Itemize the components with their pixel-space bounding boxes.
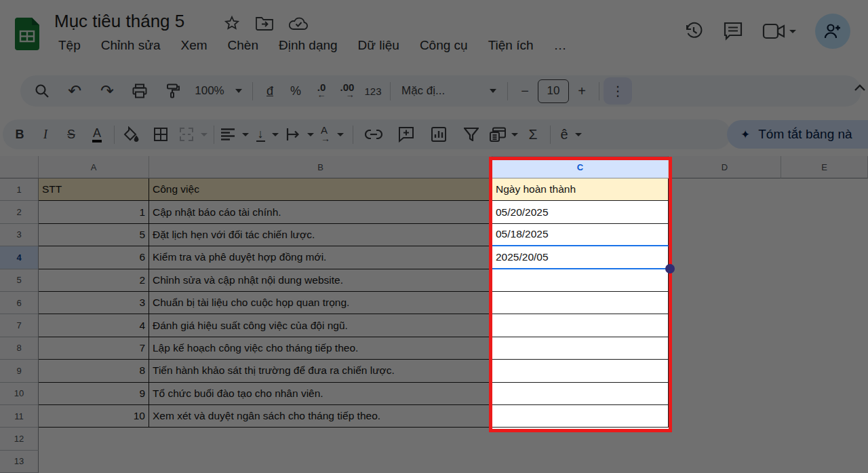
chevron-down-icon[interactable]: [242, 133, 249, 136]
chevron-down-icon[interactable]: [272, 133, 279, 136]
insert-chart-button[interactable]: [422, 121, 455, 148]
menu-format[interactable]: Định dạng: [279, 38, 338, 53]
cell-C12[interactable]: [492, 428, 669, 450]
cell-B11[interactable]: Xem xét và duyệt ngân sách cho tháng tiế…: [149, 405, 492, 428]
cell-D8[interactable]: [669, 337, 781, 360]
cell-B4[interactable]: Kiểm tra và phê duyệt hợp đồng mới.: [149, 246, 492, 269]
cell-A2[interactable]: 1: [39, 201, 149, 223]
cell-D3[interactable]: [669, 224, 781, 246]
column-header-B[interactable]: B: [149, 156, 492, 178]
cell-B5[interactable]: Chỉnh sửa và cập nhật nội dung website.: [149, 269, 492, 292]
row-header[interactable]: 12: [0, 428, 39, 450]
row-header[interactable]: 2: [0, 201, 39, 223]
collapse-toolbar-icon[interactable]: [853, 83, 867, 92]
functions-button[interactable]: Σ: [520, 121, 546, 148]
row-header[interactable]: 10: [0, 383, 39, 405]
more-formats-button[interactable]: 123: [360, 77, 386, 105]
text-color-button[interactable]: A: [84, 121, 110, 148]
cell-A10[interactable]: 9: [39, 383, 149, 405]
row-header[interactable]: 3: [0, 224, 39, 246]
select-all-corner[interactable]: [0, 156, 39, 178]
strikethrough-button[interactable]: S: [58, 121, 84, 148]
horizontal-align-button[interactable]: [218, 121, 251, 148]
toolbar-more-button[interactable]: ⋮: [604, 77, 632, 105]
currency-format-button[interactable]: đ: [257, 77, 283, 105]
cell-A1[interactable]: STT: [39, 178, 149, 201]
move-folder-icon[interactable]: [256, 16, 273, 31]
cell-D10[interactable]: [669, 383, 781, 405]
cell-E1[interactable]: [781, 178, 868, 201]
cell-E12[interactable]: [781, 428, 868, 450]
cell-B12[interactable]: [149, 428, 492, 450]
chevron-down-icon[interactable]: [201, 133, 208, 136]
cell-C10[interactable]: [492, 383, 669, 405]
cell-A9[interactable]: 8: [39, 360, 149, 382]
merge-cells-button[interactable]: [177, 121, 210, 148]
cell-B3[interactable]: Đặt lịch hẹn với đối tác chiến lược.: [149, 224, 492, 246]
cell-E9[interactable]: [781, 360, 868, 382]
chevron-down-icon[interactable]: [789, 30, 796, 33]
column-header-C[interactable]: C: [492, 156, 669, 178]
cell-C5[interactable]: [492, 269, 669, 292]
row-header[interactable]: 11: [0, 405, 39, 428]
menu-insert[interactable]: Chèn: [228, 38, 258, 53]
cell-C1[interactable]: Ngày hoàn thành: [492, 178, 669, 201]
sheets-logo-icon[interactable]: [15, 18, 39, 50]
cell-A8[interactable]: 7: [39, 337, 149, 360]
active-cell-C4[interactable]: 2025/20/05: [492, 246, 669, 269]
table-views-button[interactable]: [488, 121, 520, 148]
cell-E7[interactable]: [781, 314, 868, 337]
column-header-A[interactable]: A: [39, 156, 149, 178]
cell-D4[interactable]: [669, 246, 781, 269]
create-filter-button[interactable]: [455, 121, 488, 148]
cloud-saved-icon[interactable]: [289, 16, 308, 31]
cell-D9[interactable]: [669, 360, 781, 382]
cell-D7[interactable]: [669, 314, 781, 337]
cell-C8[interactable]: [492, 337, 669, 360]
menu-data[interactable]: Dữ liệu: [358, 38, 399, 53]
chevron-down-icon[interactable]: [307, 133, 314, 136]
cell-E5[interactable]: [781, 269, 868, 292]
version-history-icon[interactable]: [684, 21, 704, 41]
font-size-input[interactable]: 10: [538, 77, 569, 105]
paint-format-button[interactable]: [156, 77, 189, 105]
menu-view[interactable]: Xem: [180, 38, 207, 53]
cell-E13[interactable]: [781, 451, 868, 473]
undo-button[interactable]: ↶: [58, 77, 91, 105]
comments-icon[interactable]: [723, 21, 743, 41]
vertical-align-button[interactable]: ↓: [251, 121, 283, 148]
cell-D12[interactable]: [669, 428, 781, 450]
cell-C2[interactable]: 05/20/2025: [492, 201, 669, 223]
cell-D1[interactable]: [669, 178, 781, 201]
menu-edit[interactable]: Chỉnh sửa: [101, 38, 161, 53]
video-camera-icon[interactable]: [762, 22, 785, 40]
cell-A5[interactable]: 2: [39, 269, 149, 292]
zoom-select[interactable]: 100%: [189, 77, 248, 105]
bold-button[interactable]: B: [7, 121, 33, 148]
row-header[interactable]: 6: [0, 292, 39, 314]
print-button[interactable]: [123, 77, 156, 105]
cell-C7[interactable]: [492, 314, 669, 337]
cell-D5[interactable]: [669, 269, 781, 292]
row-header[interactable]: 1: [0, 178, 39, 201]
cell-C6[interactable]: [492, 292, 669, 314]
row-header[interactable]: 13: [0, 451, 39, 473]
row-header[interactable]: 7: [0, 314, 39, 337]
cell-B6[interactable]: Chuẩn bị tài liệu cho cuộc họp quan trọn…: [149, 292, 492, 314]
menu-overflow[interactable]: …: [554, 38, 567, 53]
menu-extensions[interactable]: Tiện ích: [488, 38, 534, 53]
cell-E10[interactable]: [781, 383, 868, 405]
font-family-select[interactable]: Mặc đị...: [395, 77, 503, 105]
gemini-summarize-button[interactable]: ✦ Tóm tắt bảng nà: [727, 120, 868, 149]
chevron-down-icon[interactable]: [511, 133, 518, 136]
cell-B1[interactable]: Công việc: [149, 178, 492, 201]
input-tools-button[interactable]: ê: [555, 121, 587, 148]
cell-C9[interactable]: [492, 360, 669, 382]
menu-file[interactable]: Tệp: [58, 38, 81, 53]
cell-B9[interactable]: Tiến hành khảo sát thị trường để đưa ra …: [149, 360, 492, 382]
redo-button[interactable]: ↷: [91, 77, 123, 105]
cell-D13[interactable]: [669, 451, 781, 473]
fill-color-button[interactable]: [119, 121, 144, 148]
menu-tools[interactable]: Công cụ: [420, 38, 468, 53]
insert-link-button[interactable]: [357, 121, 390, 148]
